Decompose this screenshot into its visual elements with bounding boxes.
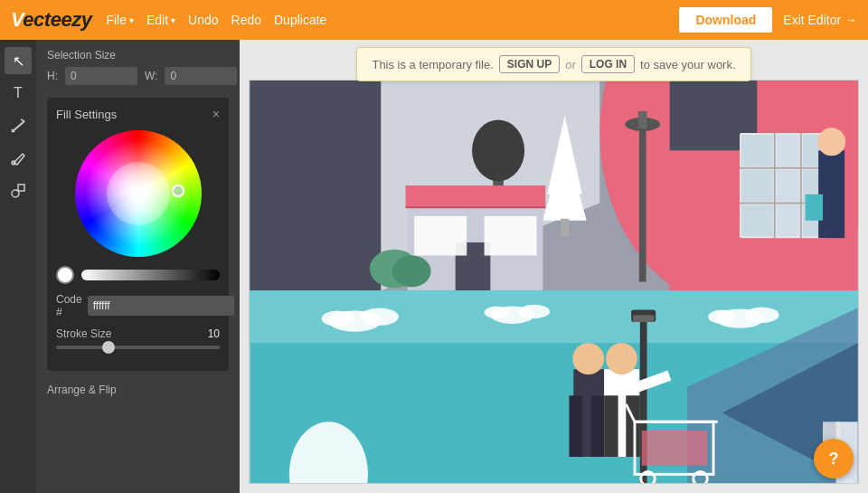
fill-settings-title: Fill Settings [56,108,117,121]
color-wheel-inner [107,162,170,225]
svg-rect-31 [561,219,570,236]
canvas-area[interactable] [249,80,859,484]
icon-toolbar: ↖ T [0,40,36,493]
stroke-size-value: 10 [208,327,220,340]
edit-chevron-icon: ▾ [171,15,175,25]
svg-rect-68 [604,395,618,457]
code-row: Code # [56,293,220,318]
svg-rect-39 [414,216,467,256]
nav-redo[interactable]: Redo [231,13,261,27]
height-label: H: [47,70,58,82]
stroke-size-label: Stroke Size [56,327,111,340]
svg-rect-18 [741,135,773,166]
stroke-size-row: Stroke Size 10 [56,327,220,340]
svg-rect-22 [777,170,799,202]
svg-rect-8 [250,81,381,290]
fill-settings-panel: Fill Settings × Code # [47,98,229,371]
svg-rect-64 [569,395,582,457]
svg-point-54 [518,305,550,318]
dropper-tool[interactable] [5,145,32,172]
svg-rect-61 [633,315,654,322]
svg-point-44 [817,128,845,156]
height-input[interactable] [65,67,137,85]
help-button[interactable]: ? [814,439,854,479]
nav-edit[interactable]: Edit ▾ [146,13,175,27]
svg-rect-36 [406,185,546,207]
color-picker-handle[interactable] [172,185,184,197]
text-tool[interactable]: T [5,80,32,107]
nav-undo[interactable]: Undo [188,13,218,27]
svg-rect-21 [741,170,773,202]
color-swatch[interactable] [56,266,74,284]
sign-up-button[interactable]: SIGN UP [499,55,560,73]
svg-point-58 [708,309,736,323]
width-input[interactable] [165,67,237,85]
svg-point-63 [572,343,604,374]
header: Vecteezy File ▾ Edit ▾ Undo Redo Duplica… [0,0,868,40]
file-chevron-icon: ▾ [129,15,134,25]
hex-color-input[interactable] [88,296,234,316]
notification-banner: This is a temporary file. SIGN UP or LOG… [356,47,750,81]
svg-point-28 [472,120,524,182]
svg-point-51 [360,308,399,326]
svg-rect-19 [777,135,799,166]
selection-size-label: Selection Size [47,49,229,62]
svg-point-67 [606,343,637,374]
exit-editor-button[interactable]: Exit Editor → [783,13,857,27]
left-panel: Selection Size H: W: Fill Settings × [36,40,240,493]
svg-rect-40 [485,216,537,256]
svg-rect-34 [638,111,647,128]
size-row: H: W: [47,67,229,85]
svg-rect-24 [741,204,773,236]
code-label: Code # [56,293,82,318]
notification-text: This is a temporary file. [372,58,493,71]
color-wheel[interactable] [75,130,202,257]
pen-tool[interactable] [5,112,32,139]
svg-rect-25 [777,204,799,236]
stroke-slider-thumb[interactable] [102,341,115,354]
close-fill-settings-button[interactable]: × [212,107,220,121]
width-label: W: [145,70,157,82]
download-button[interactable]: Download [677,5,774,34]
svg-point-52 [322,310,354,326]
log-in-button[interactable]: LOG IN [581,55,635,73]
shapes-tool[interactable] [5,177,32,204]
svg-line-2 [21,119,24,121]
hue-opacity-row [56,266,220,284]
notification-suffix: to save your work. [640,58,736,71]
svg-rect-5 [18,185,24,191]
nav-file[interactable]: File ▾ [106,13,134,27]
opacity-slider[interactable] [81,270,220,280]
svg-rect-65 [591,395,605,457]
logo: Vecteezy [11,8,91,32]
fill-settings-header: Fill Settings × [56,107,220,121]
svg-rect-75 [642,431,708,466]
svg-point-55 [485,307,509,319]
svg-rect-45 [806,194,823,221]
nav-duplicate[interactable]: Duplicate [274,13,326,27]
svg-point-42 [392,255,431,287]
select-tool[interactable]: ↖ [5,47,32,74]
notification-or: or [565,58,576,71]
content-area: This is a temporary file. SIGN UP or LOG… [240,40,868,493]
svg-rect-32 [639,124,646,281]
stroke-slider[interactable] [56,346,220,349]
main-layout: ↖ T Selection Size H: W [0,40,868,493]
svg-rect-69 [626,395,639,457]
artwork-svg [250,81,858,483]
arrange-flip-label: Arrange & Flip [47,384,229,396]
svg-point-57 [744,308,779,323]
